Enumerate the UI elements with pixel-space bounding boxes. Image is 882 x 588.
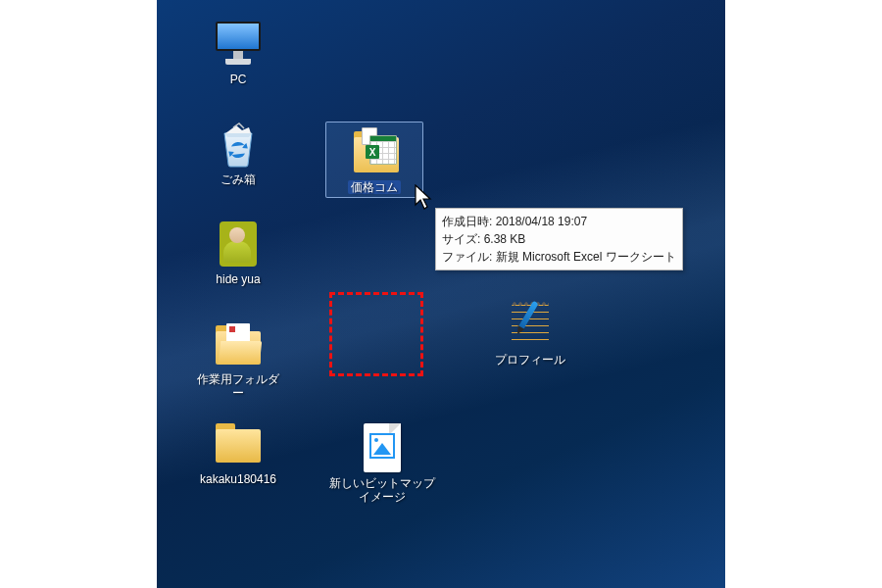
- icon-label: kakaku180416: [197, 472, 279, 486]
- hover-tooltip: 作成日時: 2018/04/18 19:07 サイズ: 6.38 KB ファイル…: [435, 208, 683, 270]
- recycle-bin-icon: [212, 118, 265, 171]
- desktop-icon-price-folder[interactable]: X 価格コム: [325, 122, 423, 198]
- icon-label: hide yua: [213, 272, 263, 286]
- tooltip-line-file: ファイル: 新規 Microsoft Excel ワークシート: [442, 248, 676, 266]
- tooltip-line-size: サイズ: 6.38 KB: [442, 230, 676, 248]
- pc-icon: [212, 18, 265, 71]
- user-icon: [212, 218, 265, 270]
- icon-label: ごみ箱: [218, 172, 259, 186]
- notepad-icon: [504, 298, 557, 351]
- icon-label: PC: [227, 73, 250, 86]
- desktop-viewport: PC: [157, 0, 725, 588]
- excel-badge-icon: X: [366, 145, 379, 159]
- selection-marquee: [329, 292, 423, 376]
- desktop-icon-bitmap[interactable]: 新しいビットマップ イメージ: [323, 421, 441, 505]
- desktop-wallpaper[interactable]: PC: [157, 0, 725, 588]
- folder-with-document-icon: [212, 318, 265, 370]
- desktop-icon-pc[interactable]: PC: [194, 18, 282, 86]
- image-file-icon: [356, 421, 409, 474]
- desktop-icon-work-folder[interactable]: 作業用フォルダー: [194, 318, 282, 401]
- desktop-icon-recycle-bin[interactable]: ごみ箱: [194, 118, 282, 186]
- tooltip-line-created: 作成日時: 2018/04/18 19:07: [442, 213, 676, 230]
- icon-label: 作業用フォルダー: [194, 372, 282, 401]
- folder-with-excel-icon: X: [348, 125, 401, 178]
- icon-label: プロフィール: [492, 353, 568, 367]
- desktop-icon-kakaku-folder[interactable]: kakaku180416: [194, 417, 282, 486]
- icon-label: 新しいビットマップ イメージ: [323, 476, 441, 505]
- desktop-icon-user[interactable]: hide yua: [194, 218, 282, 286]
- folder-icon: [212, 417, 265, 470]
- icon-label: 価格コム: [348, 180, 401, 194]
- desktop-icon-profile[interactable]: プロフィール: [486, 298, 574, 367]
